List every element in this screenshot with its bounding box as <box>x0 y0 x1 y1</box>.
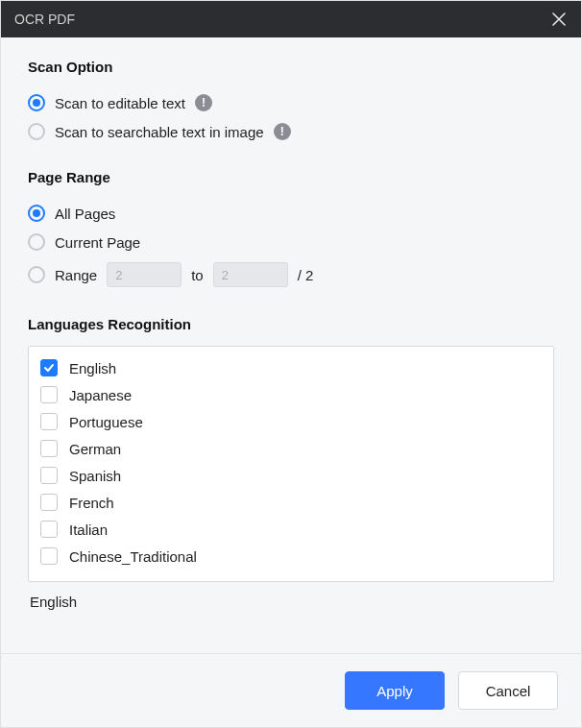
checkbox-icon[interactable] <box>40 547 58 565</box>
language-label: German <box>69 441 121 457</box>
scan-option-editable[interactable]: Scan to editable text ! <box>28 88 554 117</box>
info-icon[interactable]: ! <box>195 94 212 111</box>
page-range-range[interactable]: Range to / 2 <box>28 256 554 293</box>
language-item[interactable]: Japanese <box>38 381 544 408</box>
checkbox-icon[interactable] <box>40 386 58 403</box>
dialog-body: Scan Option Scan to editable text ! Scan… <box>1 37 581 653</box>
radio-icon[interactable] <box>28 205 45 222</box>
language-label: Italian <box>69 522 108 538</box>
checkbox-icon[interactable] <box>40 359 58 376</box>
language-label: Chinese_Traditional <box>69 548 197 565</box>
language-item[interactable]: Chinese_Traditional <box>38 543 544 570</box>
page-range-all[interactable]: All Pages <box>28 199 554 228</box>
range-to-label: to <box>191 267 204 283</box>
close-icon[interactable] <box>550 11 568 28</box>
language-label: Spanish <box>69 468 121 484</box>
range-to-input[interactable] <box>213 262 288 287</box>
scan-option-group: Scan Option Scan to editable text ! Scan… <box>28 59 554 146</box>
dialog-footer: Apply Cancel <box>1 653 581 727</box>
info-icon[interactable]: ! <box>274 123 291 140</box>
checkbox-icon[interactable] <box>40 440 58 457</box>
language-item[interactable]: German <box>38 435 544 462</box>
language-item[interactable]: English <box>38 354 544 381</box>
ocr-dialog: OCR PDF Scan Option Scan to editable tex… <box>0 0 582 728</box>
languages-list[interactable]: EnglishJapanesePortugueseGermanSpanishFr… <box>28 346 554 582</box>
language-label: French <box>69 495 114 511</box>
page-range-heading: Page Range <box>28 169 554 185</box>
language-item[interactable]: French <box>38 489 544 516</box>
page-range-label: Current Page <box>55 234 140 251</box>
language-item[interactable]: Spanish <box>38 462 544 489</box>
language-label: Japanese <box>69 387 132 403</box>
language-label: English <box>69 360 116 376</box>
page-range-label: Range <box>55 267 97 283</box>
scan-option-label: Scan to editable text <box>55 95 185 111</box>
radio-icon[interactable] <box>28 233 45 251</box>
page-range-current[interactable]: Current Page <box>28 228 554 256</box>
page-range-group: Page Range All Pages Current Page Range … <box>28 169 554 293</box>
scan-option-heading: Scan Option <box>28 59 554 75</box>
checkbox-icon[interactable] <box>40 413 58 430</box>
checkbox-icon[interactable] <box>40 521 58 538</box>
checkbox-icon[interactable] <box>40 494 58 511</box>
scan-option-label: Scan to searchable text in image <box>55 124 264 140</box>
radio-icon[interactable] <box>28 94 45 111</box>
language-item[interactable]: Portuguese <box>38 408 544 435</box>
range-total: / 2 <box>298 267 314 283</box>
apply-button[interactable]: Apply <box>345 671 445 710</box>
titlebar: OCR PDF <box>1 1 581 37</box>
dialog-title: OCR PDF <box>14 12 75 27</box>
checkbox-icon[interactable] <box>40 467 58 484</box>
languages-heading: Languages Recognition <box>28 316 554 332</box>
radio-icon[interactable] <box>28 123 45 140</box>
page-range-label: All Pages <box>55 206 115 222</box>
scan-option-searchable[interactable]: Scan to searchable text in image ! <box>28 117 554 146</box>
radio-icon[interactable] <box>28 266 45 283</box>
range-from-input[interactable] <box>107 262 182 287</box>
language-item[interactable]: Italian <box>38 516 544 543</box>
cancel-button[interactable]: Cancel <box>458 671 558 710</box>
languages-group: Languages Recognition EnglishJapanesePor… <box>28 316 554 612</box>
language-label: Portuguese <box>69 414 143 430</box>
languages-selected-summary: English <box>28 582 554 612</box>
